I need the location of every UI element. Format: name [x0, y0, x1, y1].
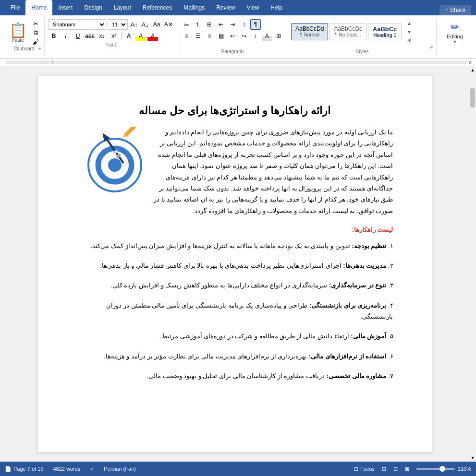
zoom-slider[interactable] — [416, 468, 455, 470]
clipboard-label: Clipboard — [14, 46, 35, 51]
styles-group: AaBbCcDd ¶ Normal AaBbCcDc ¶ No Spac... … — [288, 17, 437, 56]
tab-home[interactable]: Home — [25, 0, 52, 15]
web-layout-icon: ⊟ — [393, 466, 398, 472]
scroll-bar[interactable]: ▲ ▼ — [469, 66, 476, 462]
decrease-indent-button[interactable]: ⇤ — [216, 19, 226, 30]
view-mode-print[interactable]: ⊞ — [382, 466, 386, 472]
font-name-select[interactable]: Shabnam — [49, 19, 106, 30]
share-icon: ↑ — [445, 7, 448, 13]
zoom-level: 110% — [458, 466, 471, 472]
change-case-button[interactable]: Aa — [151, 19, 162, 30]
copy-button[interactable]: ⧉ — [30, 28, 41, 37]
subscript-button[interactable]: x₂ — [97, 31, 107, 41]
ltr-button[interactable]: ↪ — [239, 31, 249, 41]
align-left-button[interactable]: ≡ — [181, 31, 192, 41]
superscript-button[interactable]: x² — [109, 31, 119, 41]
list-item-5: ۵. آموزش مالی: ارتقاء دانش مالی از طریق … — [76, 331, 393, 342]
paste-label: Paste — [12, 37, 24, 43]
document-area: ارائه راهکارها و استراتژی‌ها برای حل مسا… — [0, 66, 476, 462]
tab-review[interactable]: Review — [210, 0, 241, 15]
svg-point-3 — [108, 158, 122, 172]
view-mode-web[interactable]: ⊟ — [393, 466, 398, 472]
styles-scroll-up-button[interactable]: ▲ — [405, 19, 413, 27]
justify-button[interactable]: ▤ — [216, 31, 226, 41]
tab-view[interactable]: View — [241, 0, 265, 15]
multilevel-list-button[interactable]: ⊞ — [204, 19, 215, 30]
styles-scroll-down-button[interactable]: ▼ — [405, 28, 413, 36]
styles-more-button[interactable]: ⊞ — [405, 36, 413, 44]
editing-mode-icon: ✏ — [451, 21, 459, 34]
tab-file[interactable]: File — [5, 0, 25, 15]
paste-icon: 📋 — [9, 23, 27, 37]
collapse-ribbon-button[interactable]: ∧ — [468, 59, 472, 65]
list-item-7: ۷. مشاوره مالی تخصصی: دریافت مشاوره از ک… — [76, 370, 393, 381]
editing-mode-label: Editing — [447, 34, 463, 39]
scroll-down-button[interactable]: ▼ — [469, 454, 476, 462]
page-info: 📄 Page 7 of 15 — [5, 466, 43, 472]
decrease-font-size-button[interactable]: A↓ — [140, 19, 150, 30]
tab-mailings[interactable]: Mailings — [178, 0, 210, 15]
tab-references[interactable]: References — [137, 0, 178, 15]
numbering-button[interactable]: ⒈ — [193, 19, 203, 30]
list-header: لیست راهکارها: — [76, 224, 393, 235]
bullets-button[interactable]: ≔ — [181, 19, 192, 30]
focus-button[interactable]: ⊡ Focus — [354, 466, 375, 472]
italic-button[interactable]: I — [61, 31, 71, 41]
align-center-button[interactable]: ☰ — [193, 31, 203, 41]
scroll-thumb[interactable] — [470, 88, 475, 107]
font-group-label: Font — [49, 42, 174, 48]
align-right-button[interactable]: ≡ — [204, 31, 215, 41]
document-scroll-area[interactable]: ارائه راهکارها و استراتژی‌ها برای حل مسا… — [0, 66, 469, 462]
list-item-3: ۳. تنوع در سرمایه‌گذاری: سرمایه‌گذاری در… — [76, 280, 393, 291]
document-page: ارائه راهکارها و استراتژی‌ها برای حل مسا… — [38, 76, 432, 452]
editing-mode-button[interactable]: ✏ Editing ▼ — [440, 19, 469, 46]
strikethrough-button[interactable]: abc — [85, 31, 95, 41]
tab-insert[interactable]: Insert — [52, 0, 78, 15]
word-count: 4822 words — [53, 466, 80, 472]
svg-rect-8 — [123, 127, 136, 137]
tab-design[interactable]: Design — [78, 0, 108, 15]
style-normal[interactable]: AaBbCcDd ¶ Normal — [291, 23, 328, 40]
font-color-button[interactable]: A — [147, 31, 158, 41]
style-no-space[interactable]: AaBbCcDc ¶ No Spac... — [330, 23, 366, 40]
line-spacing-button[interactable]: ↕ — [250, 31, 261, 41]
styles-expand-icon[interactable]: ⬙ — [430, 44, 433, 49]
format-painter-button[interactable]: 🖌 — [30, 37, 41, 46]
ribbon-tab-bar: File Home Insert Design Layout Reference… — [0, 0, 476, 15]
list-item-6: ۶. استفاده از نرم‌افزارهای مالی: بهره‌بر… — [76, 351, 393, 362]
list-item-4: ۴. برنامه‌ریزی برای بازنشستگی: طراحی و پ… — [76, 300, 393, 322]
document-body: ما یک ارزیابی اولیه در مورد پیش‌نیازهای … — [76, 127, 393, 391]
style-heading1[interactable]: AaBbCc Heading 1 — [368, 23, 402, 40]
share-button[interactable]: ↑ Share — [439, 5, 471, 15]
zoom-thumb[interactable] — [439, 466, 445, 472]
scroll-track[interactable] — [469, 108, 476, 454]
read-mode-icon: ⊠ — [405, 466, 409, 472]
scroll-up-button[interactable]: ▲ — [469, 66, 476, 74]
clipboard-expand-icon[interactable]: ⬙ — [38, 46, 41, 50]
clear-formatting-button[interactable]: A✕ — [163, 19, 174, 30]
paragraph-group-label: Paragraph — [181, 49, 284, 54]
rtl-button[interactable]: ↩ — [227, 31, 238, 41]
view-mode-read[interactable]: ⊠ — [405, 466, 409, 472]
language-indicator: Persian (Iran) — [104, 466, 136, 472]
list-item-2: ۲. مدیریت بدهی‌ها: اجرای استراتژی‌هایی ن… — [76, 260, 393, 271]
highlight-color-button[interactable]: A — [135, 31, 146, 41]
shading-button[interactable]: A — [262, 31, 272, 41]
spell-check-icon: ✓ — [90, 466, 94, 472]
sort-button[interactable]: ↕ — [239, 19, 249, 30]
bold-button[interactable]: B — [49, 31, 59, 41]
text-effects-button[interactable]: A — [123, 31, 134, 41]
font-size-select[interactable]: 11 — [108, 19, 128, 30]
borders-button[interactable]: ⊞ — [273, 31, 284, 41]
editing-group: ✏ Editing ▼ — [438, 17, 472, 56]
show-marks-button[interactable]: ¶ — [250, 19, 261, 30]
zoom-control[interactable]: 110% — [416, 466, 471, 472]
increase-font-size-button[interactable]: A↑ — [129, 19, 139, 30]
increase-indent-button[interactable]: ⇥ — [227, 19, 238, 30]
clipboard-group: 📋 Paste ✂ ⧉ 🖌 Clipboard ⬙ — [4, 17, 45, 56]
underline-button[interactable]: U — [73, 31, 83, 41]
tab-layout[interactable]: Layout — [108, 0, 137, 15]
paste-button[interactable]: 📋 Paste — [7, 19, 29, 46]
cut-button[interactable]: ✂ — [30, 19, 41, 28]
tab-help[interactable]: Help — [265, 0, 288, 15]
